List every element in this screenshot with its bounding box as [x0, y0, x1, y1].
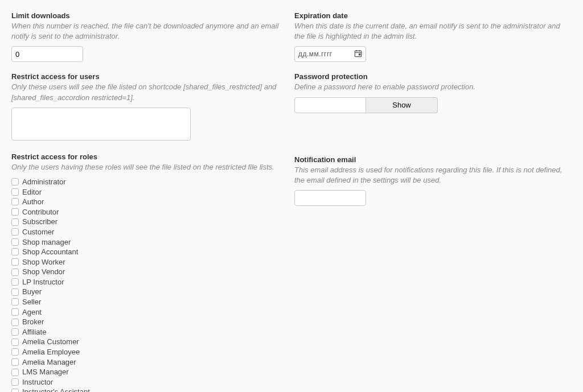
- role-label: Contributor: [22, 207, 59, 217]
- role-label: LMS Manager: [22, 367, 69, 377]
- role-checkbox[interactable]: [11, 378, 19, 386]
- role-row: Contributor: [11, 207, 289, 217]
- role-label: Seller: [22, 297, 41, 307]
- role-label: Affiliate: [22, 327, 46, 337]
- role-label: Administrator: [22, 177, 66, 187]
- role-row: Agent: [11, 307, 289, 317]
- role-checkbox[interactable]: [11, 358, 19, 366]
- role-checkbox[interactable]: [11, 208, 19, 216]
- role-checkbox[interactable]: [11, 328, 19, 336]
- restrict-users-label: Restrict access for users: [11, 72, 289, 81]
- role-row: Customer: [11, 227, 289, 237]
- role-row: Instructor's Assistant: [11, 387, 289, 392]
- role-checkbox[interactable]: [11, 288, 19, 296]
- role-label: Customer: [22, 227, 54, 237]
- role-label: LP Instructor: [22, 277, 64, 287]
- role-checkbox[interactable]: [11, 389, 19, 392]
- password-desc: Define a password here to enable passwor…: [294, 82, 572, 92]
- limit-downloads-desc: When this number is reached, the file ca…: [11, 21, 289, 42]
- role-checkbox[interactable]: [11, 308, 19, 316]
- role-row: Author: [11, 197, 289, 207]
- expiration-label: Expiration date: [294, 11, 572, 20]
- role-checkbox[interactable]: [11, 369, 19, 376]
- role-checkbox[interactable]: [11, 228, 19, 236]
- role-row: Amelia Customer: [11, 337, 289, 347]
- restrict-roles-desc: Only the users having these roles will s…: [11, 162, 289, 172]
- role-label: Amelia Customer: [22, 337, 79, 347]
- limit-downloads-field: Limit downloads When this number is reac…: [11, 11, 289, 62]
- role-label: Shop Vendor: [22, 267, 65, 277]
- role-row: Shop manager: [11, 237, 289, 247]
- role-label: Editor: [22, 187, 42, 197]
- show-password-button[interactable]: Show: [366, 97, 438, 113]
- right-column: Expiration date When this date is the cu…: [294, 11, 572, 392]
- roles-list: AdministratorEditorAuthorContributorSubs…: [11, 177, 289, 392]
- role-checkbox[interactable]: [11, 319, 19, 326]
- role-row: LMS Manager: [11, 367, 289, 377]
- limit-downloads-input[interactable]: [11, 46, 83, 62]
- role-row: Shop Accountant: [11, 247, 289, 257]
- restrict-users-input[interactable]: [11, 108, 191, 141]
- role-checkbox[interactable]: [11, 258, 19, 266]
- role-row: Shop Worker: [11, 257, 289, 267]
- role-checkbox[interactable]: [11, 278, 19, 286]
- notification-desc: This email address is used for notificat…: [294, 165, 572, 185]
- role-row: Broker: [11, 317, 289, 327]
- limit-downloads-label: Limit downloads: [11, 11, 289, 20]
- svg-rect-4: [359, 53, 361, 56]
- role-row: Instructor: [11, 377, 289, 387]
- role-label: Author: [22, 197, 44, 207]
- calendar-icon: [354, 49, 362, 59]
- role-checkbox[interactable]: [11, 269, 19, 276]
- password-field: Password protection Define a password he…: [294, 72, 572, 113]
- expiration-desc: When this date is the current date, an e…: [294, 21, 572, 42]
- role-checkbox[interactable]: [11, 188, 19, 196]
- role-label: Instructor's Assistant: [22, 387, 90, 392]
- left-column: Limit downloads When this number is reac…: [11, 11, 289, 392]
- password-label: Password protection: [294, 72, 572, 81]
- role-label: Subscriber: [22, 217, 58, 227]
- role-row: Buyer: [11, 287, 289, 297]
- role-checkbox[interactable]: [11, 298, 19, 306]
- role-label: Agent: [22, 307, 42, 317]
- password-input[interactable]: [294, 97, 366, 113]
- role-row: Seller: [11, 297, 289, 307]
- notification-label: Notification email: [294, 155, 572, 164]
- restrict-users-desc: Only these users will see the file liste…: [11, 82, 289, 102]
- role-checkbox[interactable]: [11, 348, 19, 356]
- role-checkbox[interactable]: [11, 218, 19, 226]
- role-label: Shop manager: [22, 237, 71, 247]
- role-label: Instructor: [22, 377, 53, 387]
- notification-input[interactable]: [294, 190, 366, 206]
- notification-field: Notification email This email address is…: [294, 155, 572, 206]
- role-label: Amelia Employee: [22, 347, 80, 357]
- role-checkbox[interactable]: [11, 248, 19, 255]
- restrict-users-field: Restrict access for users Only these use…: [11, 72, 289, 142]
- role-row: Amelia Manager: [11, 357, 289, 368]
- role-row: Shop Vendor: [11, 267, 289, 277]
- role-row: Subscriber: [11, 217, 289, 227]
- restrict-roles-field: Restrict access for roles Only the users…: [11, 152, 289, 392]
- expiration-field: Expiration date When this date is the cu…: [294, 11, 572, 62]
- role-row: LP Instructor: [11, 277, 289, 287]
- role-label: Shop Worker: [22, 257, 65, 267]
- role-label: Broker: [22, 317, 44, 327]
- role-checkbox[interactable]: [11, 339, 19, 346]
- role-row: Affiliate: [11, 327, 289, 337]
- expiration-input[interactable]: дд.мм.гггг: [294, 46, 366, 62]
- role-label: Buyer: [22, 287, 42, 297]
- restrict-roles-label: Restrict access for roles: [11, 152, 289, 161]
- role-label: Shop Accountant: [22, 247, 78, 257]
- role-checkbox[interactable]: [11, 238, 19, 246]
- role-row: Amelia Employee: [11, 347, 289, 357]
- role-checkbox[interactable]: [11, 178, 19, 185]
- role-row: Editor: [11, 187, 289, 197]
- role-checkbox[interactable]: [11, 198, 19, 205]
- role-label: Amelia Manager: [22, 357, 76, 368]
- role-row: Administrator: [11, 177, 289, 187]
- expiration-placeholder: дд.мм.гггг: [298, 50, 332, 58]
